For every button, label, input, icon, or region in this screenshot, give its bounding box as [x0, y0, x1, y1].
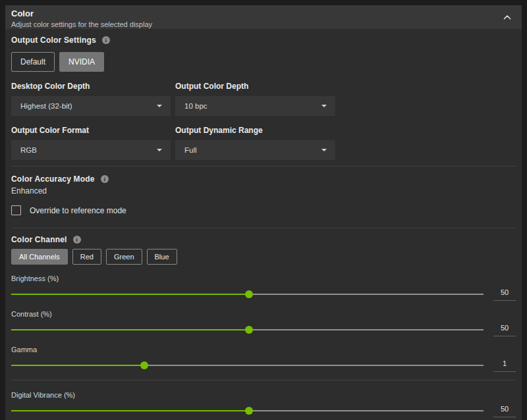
- output-color-toggle-nvidia[interactable]: NVIDIA: [59, 52, 104, 72]
- desktop-color-depth-value: Highest (32-bit): [20, 102, 72, 110]
- output-color-depth-value: 10 bpc: [184, 102, 208, 110]
- color-accuracy-label: Color Accuracy Mode: [11, 174, 95, 184]
- digital-vibrance-slider[interactable]: [11, 407, 484, 415]
- output-color-depth-label: Output Color Depth: [175, 82, 335, 91]
- color-accuracy-header: Color Accuracy Mode i: [11, 174, 516, 184]
- gamma-value-field[interactable]: 1: [493, 358, 516, 372]
- contrast-label: Contrast (%): [11, 310, 516, 318]
- output-dynamic-range-select[interactable]: Full: [175, 140, 335, 160]
- digital-vibrance-row: Digital Vibrance (%) 50: [11, 391, 516, 417]
- panel-header: Color Adjust color settings for the sele…: [5, 5, 522, 29]
- desktop-color-depth-select[interactable]: Highest (32-bit): [11, 96, 171, 116]
- divider: [11, 166, 516, 167]
- divider: [11, 228, 516, 228]
- contrast-row: Contrast (%) 50: [11, 310, 516, 336]
- output-color-format-label: Output Color Format: [11, 126, 171, 135]
- override-reference-mode-label: Override to reference mode: [30, 206, 126, 215]
- gamma-slider[interactable]: [11, 361, 484, 369]
- channel-toggle-all[interactable]: All Channels: [11, 249, 68, 265]
- brightness-label: Brightness (%): [11, 275, 516, 282]
- digital-vibrance-value-field[interactable]: 50: [493, 404, 516, 417]
- divider: [11, 380, 516, 381]
- color-channel-toggle: All Channels Red Green Blue: [11, 249, 516, 265]
- output-color-settings-toggle: Default NVIDIA: [11, 52, 516, 72]
- color-dropdowns: Desktop Color Depth Output Color Depth H…: [11, 72, 516, 160]
- channel-toggle-blue[interactable]: Blue: [147, 249, 177, 265]
- color-channel-header: Color Channel i: [11, 235, 516, 244]
- output-color-format-value: RGB: [20, 146, 37, 154]
- brightness-value-field[interactable]: 50: [493, 287, 516, 301]
- chevron-down-icon: [321, 105, 327, 107]
- output-color-format-select[interactable]: RGB: [11, 140, 171, 160]
- digital-vibrance-slider-thumb[interactable]: [245, 407, 253, 415]
- output-dynamic-range-label: Output Dynamic Range: [175, 126, 335, 135]
- info-icon[interactable]: i: [101, 175, 109, 183]
- color-channel-label: Color Channel: [11, 235, 67, 244]
- desktop-color-depth-label: Desktop Color Depth: [11, 82, 171, 91]
- brightness-slider[interactable]: [11, 290, 484, 298]
- color-settings-panel: Color Adjust color settings for the sele…: [5, 5, 522, 420]
- brightness-row: Brightness (%) 50: [11, 275, 516, 301]
- page-subtitle: Adjust color settings for the selected d…: [11, 20, 513, 28]
- output-color-settings-label: Output Color Settings: [11, 36, 96, 45]
- output-color-settings-header: Output Color Settings i: [11, 36, 516, 45]
- info-icon[interactable]: i: [102, 36, 110, 44]
- gamma-label: Gamma: [11, 346, 516, 354]
- color-accuracy-value: Enhanced: [11, 186, 516, 196]
- chevron-down-icon: [157, 149, 162, 151]
- gamma-row: Gamma 1: [11, 346, 516, 372]
- contrast-slider-thumb[interactable]: [245, 326, 253, 334]
- info-icon[interactable]: i: [73, 236, 81, 244]
- override-reference-mode-checkbox[interactable]: [11, 205, 21, 215]
- chevron-up-icon[interactable]: [503, 14, 511, 20]
- override-reference-mode-row[interactable]: Override to reference mode: [11, 205, 516, 215]
- brightness-slider-thumb[interactable]: [245, 290, 253, 298]
- chevron-down-icon: [321, 149, 327, 151]
- contrast-slider[interactable]: [11, 326, 484, 334]
- output-color-depth-select[interactable]: 10 bpc: [175, 96, 335, 116]
- page-title: Color: [11, 9, 513, 18]
- output-dynamic-range-value: Full: [184, 146, 197, 154]
- contrast-value-field[interactable]: 50: [493, 323, 516, 336]
- channel-toggle-green[interactable]: Green: [106, 249, 142, 265]
- channel-toggle-red[interactable]: Red: [72, 249, 101, 265]
- gamma-slider-thumb[interactable]: [140, 361, 148, 369]
- chevron-down-icon: [157, 105, 162, 107]
- output-color-toggle-default[interactable]: Default: [11, 52, 55, 72]
- digital-vibrance-label: Digital Vibrance (%): [11, 391, 516, 399]
